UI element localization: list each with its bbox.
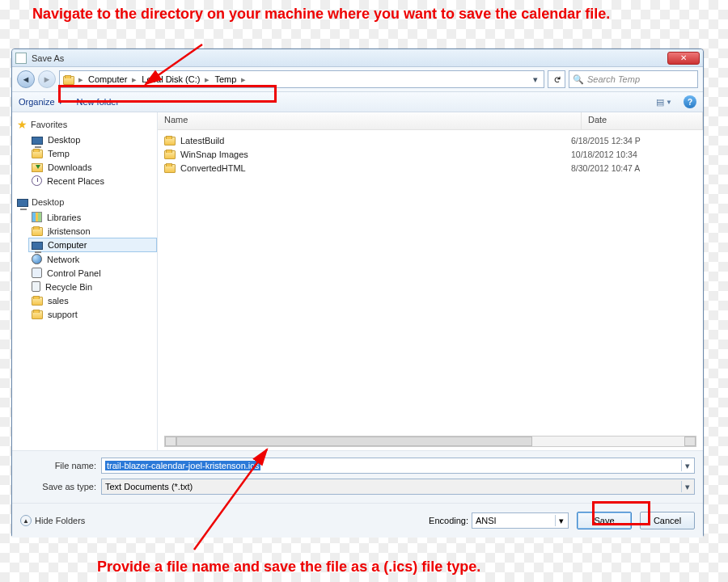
filename-dropdown[interactable]: ▾ <box>681 460 692 471</box>
sidebar-item-recent[interactable]: Recent Places <box>17 174 157 188</box>
col-name[interactable]: Name <box>158 112 582 129</box>
nav-forward-button[interactable]: ► <box>38 70 56 88</box>
filename-input[interactable]: trail-blazer-calendar-joel-kristenson.ic… <box>101 458 695 474</box>
help-button[interactable]: ? <box>684 95 696 108</box>
new-folder-button[interactable]: New folder <box>77 97 120 107</box>
breadcrumb-localdisk[interactable]: Local Disk (C:) <box>139 74 202 84</box>
savetype-value: Text Documents (*.txt) <box>105 482 193 491</box>
filename-value: trail-blazer-calendar-joel-kristenson.ic… <box>105 461 260 470</box>
save-button[interactable]: Save <box>577 512 632 529</box>
app-icon <box>15 53 27 64</box>
instruction-bottom: Provide a file name and save the file as… <box>97 559 480 576</box>
folder-icon <box>164 150 176 159</box>
breadcrumb-temp[interactable]: Temp <box>212 74 239 84</box>
close-button[interactable]: ✕ <box>667 52 700 65</box>
list-item[interactable]: LatestBuild 6/18/2015 12:34 P <box>158 133 703 147</box>
filename-label: File name: <box>20 461 101 470</box>
savetype-select[interactable]: Text Documents (*.txt) ▾ <box>101 479 695 495</box>
chevron-right-icon: ▸ <box>131 74 138 85</box>
footer: ▲ Hide Folders Encoding: ANSI ▾ Save Can… <box>12 503 703 538</box>
sidebar-item-desktop[interactable]: Desktop <box>17 133 157 146</box>
breadcrumb-dropdown[interactable]: ▾ <box>531 74 540 85</box>
search-input[interactable]: 🔍 Search Temp <box>569 70 698 88</box>
star-icon: ★ <box>17 119 28 130</box>
nav-back-button[interactable]: ◄ <box>17 70 35 88</box>
sidebar-item-support[interactable]: support <box>17 307 157 321</box>
file-listing[interactable]: LatestBuild 6/18/2015 12:34 P WinSnap Im… <box>158 130 703 450</box>
file-pane: Name Date LatestBuild 6/18/2015 12:34 P … <box>158 112 703 450</box>
scroll-thumb[interactable] <box>176 436 532 446</box>
chevron-up-icon: ▲ <box>20 515 32 526</box>
breadcrumb[interactable]: ▸ Computer ▸ Local Disk (C:) ▸ Temp ▸ ▾ <box>59 70 544 88</box>
folder-icon <box>32 297 43 306</box>
save-as-dialog: Save As ✕ ◄ ► ▸ Computer ▸ Local Disk (C… <box>11 48 704 537</box>
instruction-top: Navigate to the directory on your machin… <box>32 5 696 23</box>
list-item[interactable]: ConvertedHTML 8/30/2012 10:47 A <box>158 161 703 175</box>
refresh-button[interactable]: ↻ <box>548 70 565 88</box>
recycle-bin-icon <box>32 281 40 292</box>
network-icon <box>32 254 42 264</box>
recent-icon <box>32 175 42 186</box>
encoding-value: ANSI <box>476 516 497 525</box>
folder-icon <box>63 76 74 85</box>
desktop-icon <box>32 137 43 145</box>
folder-icon <box>32 310 43 319</box>
title-bar[interactable]: Save As ✕ <box>12 49 703 67</box>
desktop-tree-header[interactable]: Desktop <box>17 196 157 209</box>
hide-folders-button[interactable]: ▲ Hide Folders <box>20 515 85 526</box>
folder-icon <box>164 137 176 146</box>
encoding-label: Encoding: <box>429 516 468 525</box>
folder-icon <box>164 164 176 173</box>
encoding-dropdown[interactable]: ▾ <box>555 515 566 526</box>
sidebar-item-recyclebin[interactable]: Recycle Bin <box>17 280 157 293</box>
cancel-button[interactable]: Cancel <box>640 512 695 529</box>
nav-row: ◄ ► ▸ Computer ▸ Local Disk (C:) ▸ Temp … <box>12 67 703 91</box>
toolbar: Organize▼ New folder ▤▼ ? <box>12 91 703 112</box>
chevron-right-icon: ▸ <box>204 74 210 85</box>
scroll-right-button[interactable] <box>684 436 696 446</box>
horizontal-scrollbar[interactable] <box>164 436 696 447</box>
view-options-button[interactable]: ▤▼ <box>656 95 671 109</box>
search-icon: 🔍 <box>573 74 584 85</box>
computer-icon <box>32 242 43 250</box>
sidebar-item-controlpanel[interactable]: Control Panel <box>17 266 157 280</box>
search-placeholder: Search Temp <box>587 74 640 84</box>
savetype-dropdown[interactable]: ▾ <box>681 481 692 492</box>
scroll-left-button[interactable] <box>165 436 176 446</box>
col-date[interactable]: Date <box>582 112 703 129</box>
savetype-label: Save as type: <box>20 482 101 491</box>
chevron-right-icon: ▸ <box>78 74 84 85</box>
list-item[interactable]: WinSnap Images 10/18/2012 10:34 <box>158 147 703 161</box>
sidebar-item-computer[interactable]: Computer <box>28 238 157 252</box>
favorites-header[interactable]: ★Favorites <box>17 117 157 132</box>
sidebar-item-user[interactable]: jkristenson <box>17 224 157 238</box>
breadcrumb-computer[interactable]: Computer <box>86 74 129 84</box>
chevron-right-icon: ▸ <box>240 74 247 85</box>
input-area: File name: trail-blazer-calendar-joel-kr… <box>12 450 703 503</box>
sidebar: ★Favorites Desktop Temp Downloads Recent… <box>12 112 158 450</box>
sidebar-item-network[interactable]: Network <box>17 252 157 266</box>
sidebar-item-sales[interactable]: sales <box>17 293 157 307</box>
folder-icon <box>32 150 43 158</box>
control-panel-icon <box>32 268 42 278</box>
desktop-icon <box>17 199 28 207</box>
downloads-icon <box>32 163 43 172</box>
organize-menu[interactable]: Organize▼ <box>19 97 64 107</box>
window-title: Save As <box>32 53 667 63</box>
sidebar-item-downloads[interactable]: Downloads <box>17 160 157 174</box>
sidebar-item-temp[interactable]: Temp <box>17 146 157 160</box>
libraries-icon <box>32 212 42 222</box>
column-headers: Name Date <box>158 112 703 130</box>
folder-icon <box>32 227 43 236</box>
encoding-select[interactable]: ANSI ▾ <box>472 512 569 529</box>
sidebar-item-libraries[interactable]: Libraries <box>17 210 157 224</box>
